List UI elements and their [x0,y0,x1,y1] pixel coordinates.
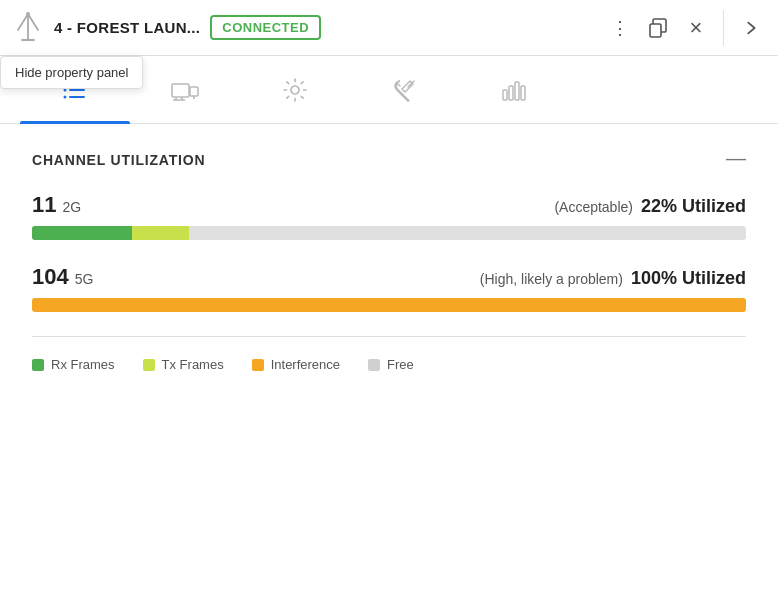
channel-label-2g: (Acceptable) [554,199,633,215]
header-divider [723,10,724,46]
legend-item-free: Free [368,357,414,372]
bar-rx-2g [32,226,132,240]
tab-stats[interactable] [460,56,570,124]
bar-tx-2g [132,226,189,240]
svg-point-19 [291,86,299,94]
legend-label-free: Free [387,357,414,372]
svg-rect-14 [190,87,198,96]
connected-badge: CONNECTED [210,15,321,40]
legend-label-interference: Interference [271,357,340,372]
collapse-button[interactable]: — [726,148,746,168]
channel-status-5g: (High, likely a problem) 100% Utilized [480,268,746,289]
chart-legend: Rx Frames Tx Frames Interference Free [32,357,746,372]
legend-label-rx: Rx Frames [51,357,115,372]
legend-item-tx: Tx Frames [143,357,224,372]
svg-line-1 [28,14,38,30]
svg-rect-6 [650,24,661,37]
svg-rect-13 [172,84,189,97]
header-bar: 4 - FOREST LAUN... CONNECTED ⋮ × [0,0,778,56]
svg-point-3 [26,12,30,16]
tab-settings[interactable] [240,56,350,124]
svg-rect-22 [509,86,513,100]
channel-meta-5g: 104 5G (High, likely a problem) 100% Uti… [32,264,746,290]
more-options-button[interactable]: ⋮ [605,13,635,43]
channel-row-2g: 11 2G (Acceptable) 22% Utilized [32,192,746,240]
antenna-icon [12,12,44,44]
legend-item-rx: Rx Frames [32,357,115,372]
section-header: CHANNEL UTILIZATION — [32,152,746,168]
legend-item-interference: Interference [252,357,340,372]
channel-row-5g: 104 5G (High, likely a problem) 100% Uti… [32,264,746,312]
svg-rect-24 [521,86,525,100]
channel-band-5g: 5G [75,271,94,287]
close-button[interactable]: × [681,13,711,43]
device-title: 4 - FOREST LAUN... [54,19,200,36]
legend-dot-tx [143,359,155,371]
channel-meta-2g: 11 2G (Acceptable) 22% Utilized [32,192,746,218]
channel-band-2g: 2G [62,199,81,215]
svg-point-12 [64,95,67,98]
channel-percent-2g: 22% Utilized [641,196,746,217]
section-divider [32,336,746,337]
expand-panel-button[interactable] [736,13,766,43]
header-actions: ⋮ × [605,10,766,46]
legend-dot-rx [32,359,44,371]
legend-label-tx: Tx Frames [162,357,224,372]
main-content: CHANNEL UTILIZATION — 11 2G (Acceptable)… [0,124,778,396]
duplicate-button[interactable] [643,13,673,43]
svg-rect-23 [515,82,519,100]
tab-tools[interactable] [350,56,460,124]
channel-number-2g: 11 [32,192,56,218]
section-title: CHANNEL UTILIZATION [32,152,205,168]
channel-percent-5g: 100% Utilized [631,268,746,289]
channel-label-5g: (High, likely a problem) [480,271,623,287]
legend-dot-interference [252,359,264,371]
tab-devices[interactable] [130,56,240,124]
progress-bar-5g [32,298,746,312]
channel-status-2g: (Acceptable) 22% Utilized [554,196,746,217]
svg-rect-21 [503,90,507,100]
bar-interference-5g [32,298,746,312]
progress-bar-2g [32,226,746,240]
hide-property-panel-tooltip: Hide property panel [0,56,143,89]
legend-dot-free [368,359,380,371]
svg-line-0 [18,14,28,30]
channel-number-5g: 104 [32,264,69,290]
